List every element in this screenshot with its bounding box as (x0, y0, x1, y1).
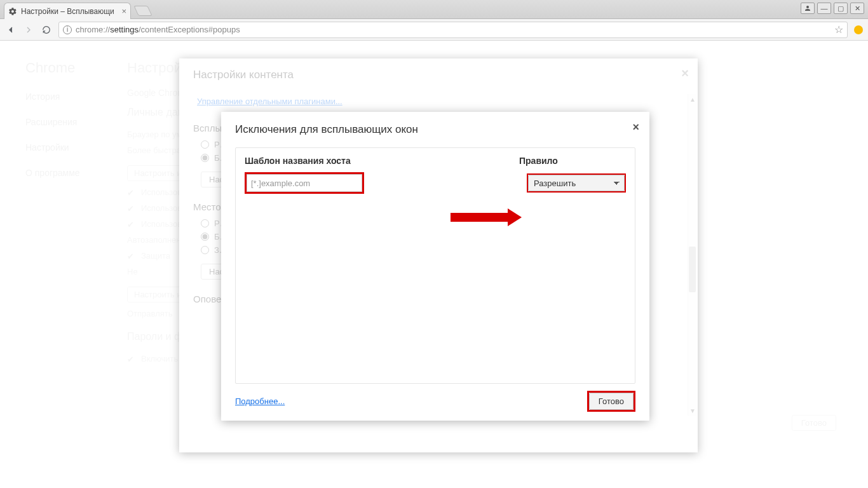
minimize-button[interactable]: — (817, 3, 831, 14)
column-rule-header: Правило (519, 156, 626, 166)
window-controls: — ▢ ✕ (801, 3, 864, 14)
new-tab-button[interactable] (133, 6, 152, 16)
bookmark-star-icon[interactable]: ☆ (834, 24, 843, 36)
browser-toolbar: i chrome://settings/contentExceptions#po… (0, 19, 868, 41)
chrome-menu-button[interactable] (854, 25, 863, 34)
address-bar[interactable]: i chrome://settings/contentExceptions#po… (58, 22, 848, 38)
user-icon[interactable] (801, 3, 815, 14)
done-button[interactable]: Готово (589, 393, 634, 410)
rule-select-highlight: Разрешить (527, 173, 626, 193)
rule-select[interactable]: Разрешить (528, 175, 625, 191)
page-viewport: Chrome История Расширения Настройки О пр… (0, 41, 868, 488)
maximize-button[interactable]: ▢ (834, 3, 848, 14)
learn-more-link[interactable]: Подробнее... (235, 396, 285, 406)
forward-button[interactable] (23, 24, 34, 36)
reload-button[interactable] (41, 24, 52, 36)
dialog-body: Шаблон названия хоста Правило Разрешить (235, 147, 635, 384)
host-input-highlight (245, 172, 364, 194)
dialog-close-icon[interactable]: × (632, 121, 639, 134)
dialog-footer: Подробнее... Готово (235, 391, 635, 412)
back-button[interactable] (5, 24, 17, 36)
tab-strip: Настройки – Всплывающи × (0, 0, 868, 18)
gear-icon (8, 7, 17, 16)
column-host-header: Шаблон названия хоста (245, 156, 519, 166)
tab-title: Настройки – Всплывающи (21, 7, 118, 16)
dialog-title: Исключения для всплывающих окон (221, 112, 649, 141)
host-pattern-input[interactable] (247, 174, 362, 192)
tab-close-icon[interactable]: × (121, 6, 126, 16)
tab-settings[interactable]: Настройки – Всплывающи × (4, 3, 131, 19)
window-titlebar: Настройки – Всплывающи × — ▢ ✕ (0, 0, 868, 19)
site-info-icon[interactable]: i (63, 25, 72, 34)
popup-exceptions-dialog: Исключения для всплывающих окон × Шаблон… (221, 112, 649, 421)
done-button-highlight: Готово (587, 391, 635, 412)
url-text: chrome://settings/contentExceptions#popu… (76, 25, 240, 34)
exception-row: Разрешить (245, 172, 626, 194)
close-window-button[interactable]: ✕ (850, 3, 864, 14)
annotation-arrow-icon (451, 210, 524, 224)
